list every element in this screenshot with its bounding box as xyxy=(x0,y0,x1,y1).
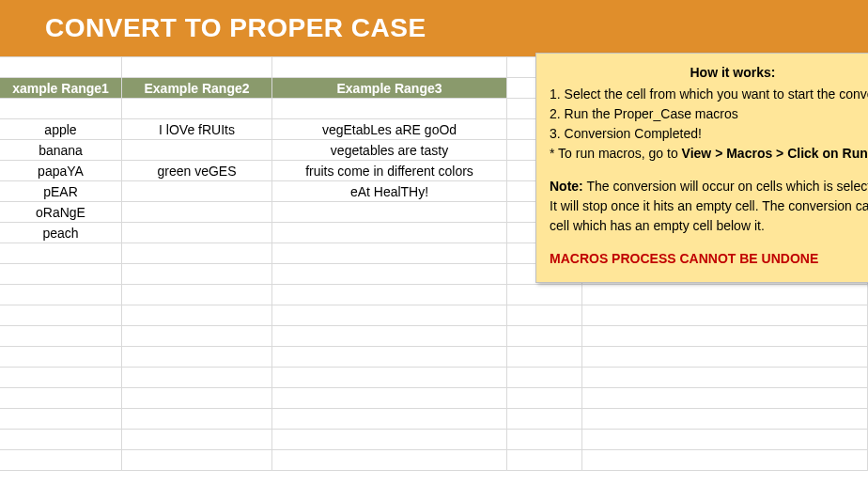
empty-cell[interactable] xyxy=(272,409,507,430)
empty-cell[interactable] xyxy=(582,430,868,450)
cell-c3[interactable]: vegetables are tasty xyxy=(272,140,507,161)
empty-cell[interactable] xyxy=(507,347,582,368)
cell-value: apple xyxy=(44,122,76,137)
cell-c3[interactable]: fruits come in different colors xyxy=(272,161,507,181)
empty-cell[interactable] xyxy=(0,57,122,78)
empty-cell[interactable] xyxy=(122,243,272,264)
cell-value: banana xyxy=(39,143,83,158)
empty-cell[interactable] xyxy=(272,326,507,347)
empty-cell[interactable] xyxy=(272,264,507,285)
empty-cell[interactable] xyxy=(122,430,272,450)
empty-cell[interactable] xyxy=(582,285,868,305)
empty-cell[interactable] xyxy=(122,347,272,368)
callout-note-label: Note: xyxy=(550,179,583,194)
empty-cell[interactable] xyxy=(582,409,868,430)
empty-cell[interactable] xyxy=(507,409,582,430)
cell-c2[interactable] xyxy=(122,202,272,223)
cell-value: vegetables are tasty xyxy=(331,143,448,158)
empty-cell[interactable] xyxy=(272,388,507,409)
header-col3-label: Example Range3 xyxy=(336,81,442,96)
empty-cell[interactable] xyxy=(0,409,122,430)
empty-cell[interactable] xyxy=(582,368,868,388)
empty-cell[interactable] xyxy=(0,388,122,409)
empty-cell[interactable] xyxy=(272,99,507,119)
cell-c1[interactable]: pEAR xyxy=(0,181,122,202)
empty-cell[interactable] xyxy=(0,326,122,347)
empty-cell[interactable] xyxy=(0,285,122,305)
header-col2[interactable]: Example Range2 xyxy=(122,78,272,99)
callout-hint-prefix: * To run macros, go to xyxy=(550,146,682,161)
empty-cell[interactable] xyxy=(122,326,272,347)
header-col2-label: Example Range2 xyxy=(144,81,249,96)
empty-cell[interactable] xyxy=(582,347,868,368)
cell-c1[interactable]: peach xyxy=(0,223,122,243)
callout-note-line2: It will stop once it hits an empty cell.… xyxy=(550,196,868,216)
empty-cell[interactable] xyxy=(507,388,582,409)
empty-cell[interactable] xyxy=(0,305,122,326)
empty-cell[interactable] xyxy=(272,285,507,305)
callout-hint: * To run macros, go to View > Macros > C… xyxy=(550,144,868,164)
cell-c3[interactable] xyxy=(272,223,507,243)
empty-cell[interactable] xyxy=(0,264,122,285)
cell-value: vegEtabLes aRE goOd xyxy=(322,122,457,137)
cell-c2[interactable] xyxy=(122,181,272,202)
empty-cell[interactable] xyxy=(122,264,272,285)
cell-c3[interactable]: eAt HealTHy! xyxy=(272,181,507,202)
empty-cell[interactable] xyxy=(507,305,582,326)
cell-c2[interactable] xyxy=(122,223,272,243)
empty-cell[interactable] xyxy=(582,305,868,326)
instructions-callout[interactable]: How it works: 1. Select the cell from wh… xyxy=(535,53,868,283)
empty-cell[interactable] xyxy=(0,99,122,119)
callout-step3: 3. Conversion Completed! xyxy=(550,124,868,144)
empty-cell[interactable] xyxy=(122,450,272,471)
callout-note: Note: The conversion will occur on cells… xyxy=(550,177,868,196)
empty-cell[interactable] xyxy=(122,305,272,326)
empty-cell[interactable] xyxy=(507,430,582,450)
callout-note-text1: The conversion will occur on cells which… xyxy=(583,179,868,194)
empty-cell[interactable] xyxy=(0,243,122,264)
empty-cell[interactable] xyxy=(122,57,272,78)
empty-cell[interactable] xyxy=(272,450,507,471)
empty-cell[interactable] xyxy=(507,326,582,347)
header-col3[interactable]: Example Range3 xyxy=(272,78,507,99)
empty-cell[interactable] xyxy=(507,285,582,305)
cell-c1[interactable]: papaYA xyxy=(0,161,122,181)
empty-cell[interactable] xyxy=(0,450,122,471)
empty-cell[interactable] xyxy=(0,430,122,450)
cell-value: peach xyxy=(42,226,78,241)
empty-cell[interactable] xyxy=(272,347,507,368)
cell-c2[interactable] xyxy=(122,140,272,161)
empty-cell[interactable] xyxy=(507,450,582,471)
empty-cell[interactable] xyxy=(582,450,868,471)
callout-note-line3: cell which has an empty cell below it. xyxy=(550,216,868,236)
empty-cell[interactable] xyxy=(0,347,122,368)
empty-cell[interactable] xyxy=(122,99,272,119)
empty-cell[interactable] xyxy=(507,368,582,388)
callout-step1: 1. Select the cell from which you want t… xyxy=(550,85,868,104)
cell-c2[interactable]: green veGES xyxy=(122,161,272,181)
empty-cell[interactable] xyxy=(272,305,507,326)
title-banner: CONVERT TO PROPER CASE xyxy=(0,0,868,57)
cell-c1[interactable]: apple xyxy=(0,119,122,140)
callout-step2: 2. Run the Proper_Case macros xyxy=(550,104,868,124)
empty-cell[interactable] xyxy=(122,368,272,388)
cell-value: pEAR xyxy=(43,184,78,199)
callout-hint-bold: View > Macros > Click on Run xyxy=(682,146,868,161)
cell-value: oRaNgE xyxy=(36,205,85,220)
empty-cell[interactable] xyxy=(272,57,507,78)
cell-c3[interactable] xyxy=(272,202,507,223)
empty-cell[interactable] xyxy=(122,285,272,305)
empty-cell[interactable] xyxy=(272,368,507,388)
empty-cell[interactable] xyxy=(582,326,868,347)
empty-cell[interactable] xyxy=(122,409,272,430)
cell-c1[interactable]: oRaNgE xyxy=(0,202,122,223)
empty-cell[interactable] xyxy=(272,430,507,450)
header-col1[interactable]: xample Range1 xyxy=(0,78,122,99)
empty-cell[interactable] xyxy=(0,368,122,388)
cell-c1[interactable]: banana xyxy=(0,140,122,161)
empty-cell[interactable] xyxy=(272,243,507,264)
cell-c2[interactable]: I lOVe fRUIts xyxy=(122,119,272,140)
empty-cell[interactable] xyxy=(122,388,272,409)
empty-cell[interactable] xyxy=(582,388,868,409)
cell-c3[interactable]: vegEtabLes aRE goOd xyxy=(272,119,507,140)
